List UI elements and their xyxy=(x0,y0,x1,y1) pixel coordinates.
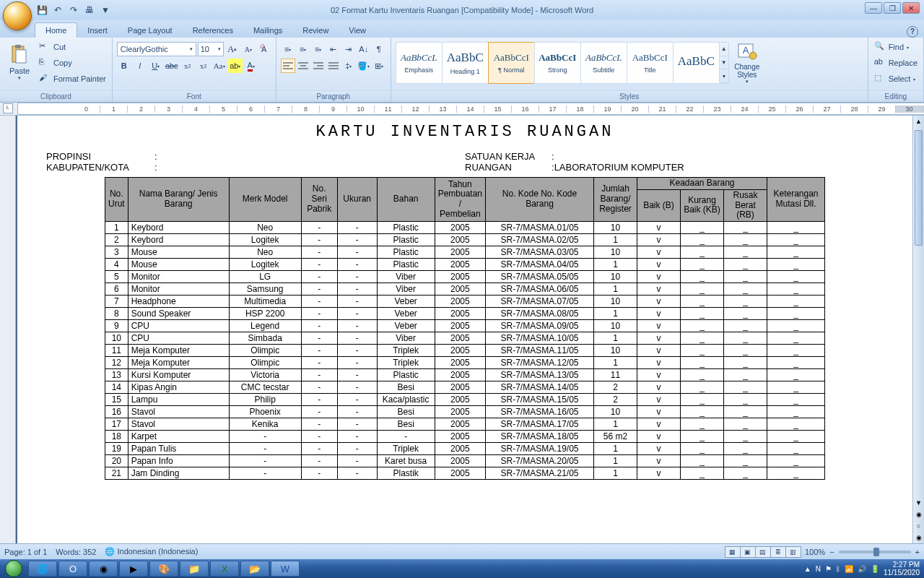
task-paint[interactable]: 🎨 xyxy=(149,561,178,577)
superscript-button[interactable]: x2 xyxy=(196,59,211,73)
task-media[interactable]: ▶ xyxy=(119,561,148,577)
style-item[interactable]: AaBbCcI¶ Normal xyxy=(488,42,535,84)
scroll-down-icon[interactable]: ▼ xyxy=(913,497,924,509)
sort-button[interactable]: A↓ xyxy=(357,42,371,56)
tab-home[interactable]: Home xyxy=(35,22,77,38)
close-button[interactable]: ✕ xyxy=(902,2,920,14)
minimize-button[interactable]: — xyxy=(865,2,882,14)
underline-button[interactable]: U▾ xyxy=(149,59,163,73)
tab-references[interactable]: References xyxy=(183,23,243,38)
align-center-button[interactable] xyxy=(296,59,310,73)
style-item[interactable]: AaBbCcLEmphasis xyxy=(396,42,443,84)
clear-formatting-button[interactable]: A∅ xyxy=(257,42,271,56)
tray-bluetooth-icon[interactable]: ᛒ xyxy=(836,565,840,573)
zoom-slider[interactable] xyxy=(839,551,911,553)
font-size-combo[interactable]: 10▾ xyxy=(198,42,224,56)
qat-dropdown-icon[interactable]: ▼ xyxy=(100,4,111,16)
task-chrome[interactable]: ◉ xyxy=(89,561,118,577)
task-folder[interactable]: 📂 xyxy=(240,561,269,577)
format-painter-button[interactable]: 🖌Format Painter xyxy=(38,72,108,86)
paste-button[interactable]: Paste▾ xyxy=(4,39,35,87)
shading-button[interactable]: 🪣▾ xyxy=(357,59,371,73)
browse-object-icon[interactable]: ○ xyxy=(913,520,924,532)
style-item[interactable]: AaBbCHeading 1 xyxy=(442,42,489,84)
task-word[interactable]: W xyxy=(271,561,300,577)
tab-insert[interactable]: Insert xyxy=(77,23,118,38)
start-button[interactable] xyxy=(0,559,27,578)
change-styles-button[interactable]: A Change Styles▾ xyxy=(729,39,765,87)
borders-button[interactable]: ⊞▾ xyxy=(372,59,386,73)
tab-page-layout[interactable]: Page Layout xyxy=(118,23,183,38)
save-icon[interactable]: 💾 xyxy=(36,4,48,16)
italic-button[interactable]: I xyxy=(133,59,147,73)
align-left-button[interactable] xyxy=(281,59,295,73)
tray-expand-icon[interactable]: ▲ xyxy=(804,565,811,573)
view-draft[interactable]: ▥ xyxy=(785,546,801,558)
horizontal-ruler[interactable]: L 01234567891011121314151617181920212223… xyxy=(0,103,924,116)
style-scroll[interactable]: ▲▼▾ xyxy=(719,42,729,84)
style-item[interactable]: AaBbC xyxy=(673,42,720,84)
strikethrough-button[interactable]: abc xyxy=(165,59,179,73)
vertical-ruler[interactable] xyxy=(0,116,16,543)
tray-onenote-icon[interactable]: N xyxy=(816,565,821,573)
status-page[interactable]: Page: 1 of 1 xyxy=(4,548,47,556)
numbering-button[interactable]: ≡▾ xyxy=(296,42,310,56)
status-language[interactable]: 🌐 Indonesian (Indonesia) xyxy=(105,547,198,556)
font-name-combo[interactable]: ClearlyGothic▾ xyxy=(117,42,196,56)
scroll-thumb[interactable] xyxy=(915,130,923,246)
maximize-button[interactable]: ❐ xyxy=(884,2,901,14)
scroll-up-icon[interactable]: ▲ xyxy=(913,116,924,127)
style-item[interactable]: AaBbCcIStrong xyxy=(534,42,581,84)
align-right-button[interactable] xyxy=(311,59,326,73)
shrink-font-button[interactable]: A▾ xyxy=(241,42,256,56)
multilevel-button[interactable]: ≡▾ xyxy=(311,42,326,56)
replace-button[interactable]: abReplace xyxy=(873,56,919,70)
increase-indent-button[interactable]: ⇥ xyxy=(341,42,356,56)
justify-button[interactable] xyxy=(326,59,341,73)
tray-clock[interactable]: 2:27 PM 11/15/2020 xyxy=(884,561,920,577)
tab-mailings[interactable]: Mailings xyxy=(243,23,292,38)
tray-flag-icon[interactable]: ⚑ xyxy=(825,565,832,573)
font-color-button[interactable]: A▾ xyxy=(244,59,258,73)
style-item[interactable]: AaBbCcITitle xyxy=(627,42,674,84)
view-print-layout[interactable]: ▦ xyxy=(725,546,741,558)
zoom-level[interactable]: 100% xyxy=(805,548,825,556)
find-button[interactable]: 🔍Find▾ xyxy=(873,40,919,54)
prev-page-icon[interactable]: ◉ xyxy=(913,509,924,520)
task-excel[interactable]: X xyxy=(210,561,239,577)
task-ie[interactable]: 🌐 xyxy=(28,561,57,577)
change-case-button[interactable]: Aa▾ xyxy=(212,59,227,73)
status-words[interactable]: Words: 352 xyxy=(56,548,96,556)
tab-review[interactable]: Review xyxy=(292,23,339,38)
help-icon[interactable]: ? xyxy=(907,26,918,38)
next-page-icon[interactable]: ◉ xyxy=(913,532,924,543)
grow-font-button[interactable]: A▴ xyxy=(225,42,240,56)
task-explorer[interactable]: 📁 xyxy=(180,561,209,577)
zoom-in-button[interactable]: + xyxy=(915,548,920,556)
copy-button[interactable]: ⎘Copy xyxy=(38,56,108,70)
task-opera[interactable]: O xyxy=(58,561,87,577)
cut-button[interactable]: ✂Cut xyxy=(38,40,108,54)
vertical-scrollbar[interactable]: ▲ ▼ ◉ ○ ◉ xyxy=(912,116,924,543)
bold-button[interactable]: B xyxy=(117,59,131,73)
view-web-layout[interactable]: ▤ xyxy=(755,546,771,558)
redo-icon[interactable]: ↷ xyxy=(68,4,79,16)
ruler-corner[interactable]: L xyxy=(3,103,13,113)
subscript-button[interactable]: x2 xyxy=(180,59,195,73)
zoom-out-button[interactable]: − xyxy=(829,548,834,556)
view-outline[interactable]: ≣ xyxy=(770,546,786,558)
print-icon[interactable]: 🖶 xyxy=(84,4,95,16)
highlight-button[interactable]: ab▾ xyxy=(228,59,243,73)
select-button[interactable]: ⬚Select▾ xyxy=(873,72,919,86)
tray-volume-icon[interactable]: 🔊 xyxy=(858,565,866,573)
office-orb[interactable] xyxy=(3,1,32,30)
bullets-button[interactable]: ≡▾ xyxy=(281,42,295,56)
tab-view[interactable]: View xyxy=(339,23,376,38)
decrease-indent-button[interactable]: ⇤ xyxy=(326,42,341,56)
show-marks-button[interactable]: ¶ xyxy=(372,42,386,56)
view-full-screen[interactable]: ▣ xyxy=(740,546,756,558)
tray-battery-icon[interactable]: 🔋 xyxy=(871,565,879,573)
line-spacing-button[interactable]: ‡▾ xyxy=(341,59,356,73)
undo-icon[interactable]: ↶ xyxy=(52,4,64,16)
tray-network-icon[interactable]: 📶 xyxy=(845,565,853,573)
